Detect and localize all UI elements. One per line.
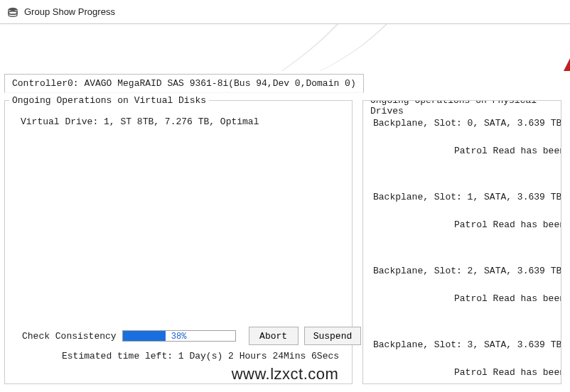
title-bar: Group Show Progress xyxy=(0,0,570,24)
physical-drive-line: Backplane, Slot: 1, SATA, 3.639 TB, Onli… xyxy=(373,192,554,202)
group-legend-physical: Ongoing Operations on Physical Drives xyxy=(367,100,561,116)
physical-drive-status: Patrol Read has been sus xyxy=(454,146,554,156)
window-title: Group Show Progress xyxy=(24,6,115,17)
progress-text: 38% xyxy=(123,331,235,341)
physical-drive-item: Backplane, Slot: 1, SATA, 3.639 TB, Onli… xyxy=(373,192,554,230)
tab-row: Controller0: AVAGO MegaRAID SAS 9361-8i(… xyxy=(4,74,566,93)
physical-drive-item: Backplane, Slot: 0, SATA, 3.639 TB, Onli… xyxy=(373,118,554,156)
physical-drive-status: Patrol Read has been sus xyxy=(454,219,554,230)
suspend-button[interactable]: Suspend xyxy=(304,327,362,345)
physical-drive-line: Backplane, Slot: 3, SATA, 3.639 TB, Onli… xyxy=(373,339,554,350)
svg-point-0 xyxy=(9,7,17,10)
physical-drive-status: Patrol Read has been sus xyxy=(454,293,554,304)
check-consistency-label: Check Consistency xyxy=(22,331,117,342)
physical-drive-item: Backplane, Slot: 2, SATA, 3.639 TB, Onli… xyxy=(373,266,554,304)
physical-drive-status: Patrol Read has been sus xyxy=(454,367,554,378)
physical-drive-line: Backplane, Slot: 2, SATA, 3.639 TB, Onli… xyxy=(373,266,554,276)
abort-button[interactable]: Abort xyxy=(249,327,299,345)
group-physical-drives: Ongoing Operations on Physical Drives Ba… xyxy=(362,100,561,384)
check-consistency-row: Check Consistency 38% Abort Suspend xyxy=(22,327,361,345)
banner xyxy=(0,24,570,71)
group-virtual-disks: Ongoing Operations on Virtual Disks Virt… xyxy=(4,100,353,384)
group-legend-virtual: Ongoing Operations on Virtual Disks xyxy=(9,95,209,106)
physical-drive-item: Backplane, Slot: 3, SATA, 3.639 TB, Onli… xyxy=(373,339,554,378)
app-icon xyxy=(7,6,18,18)
progress-bar: 38% xyxy=(122,330,236,342)
svg-point-1 xyxy=(9,11,17,13)
tab-controller0[interactable]: Controller0: AVAGO MegaRAID SAS 9361-8i(… xyxy=(4,74,364,93)
brand-logo xyxy=(561,44,570,71)
virtual-drive-line: Virtual Drive: 1, ST 8TB, 7.276 TB, Opti… xyxy=(21,116,345,127)
physical-drive-line: Backplane, Slot: 0, SATA, 3.639 TB, Onli… xyxy=(373,118,554,129)
eta-text: Estimated time left: 1 Day(s) 2 Hours 24… xyxy=(62,351,339,361)
